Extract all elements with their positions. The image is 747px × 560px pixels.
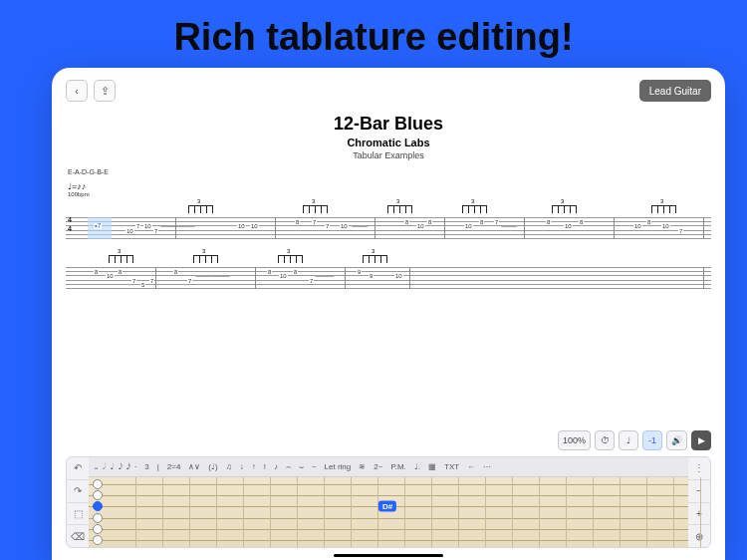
- toolbar-item[interactable]: !: [264, 462, 266, 471]
- toolbar-item[interactable]: ↑: [252, 462, 256, 471]
- song-artist: Chromatic Labs: [66, 137, 711, 148]
- play-button[interactable]: ▶: [691, 430, 711, 450]
- toolbar-item[interactable]: ·: [134, 462, 136, 471]
- marketing-headline: Rich tablature editing!: [0, 0, 747, 73]
- tab-staff[interactable]: 3333810875787810879910~~~~~~~~~~~~~~~~~: [66, 255, 711, 297]
- tablature-area[interactable]: 4433333310710710108771081081087810810810…: [66, 205, 711, 297]
- song-title: 12-Bar Blues: [66, 114, 711, 135]
- timer-button[interactable]: ⏱: [595, 430, 615, 450]
- toolbar-item[interactable]: 2~: [374, 462, 382, 471]
- tempo-notation: ♩=♪♪: [68, 181, 90, 191]
- add-tool[interactable]: +: [688, 503, 710, 526]
- insert-tool[interactable]: ⊕: [688, 525, 710, 547]
- tuning-label: E-A-D-G-B-E: [68, 168, 711, 175]
- toolbar-item[interactable]: ⋯: [483, 462, 491, 471]
- speed-button[interactable]: -1: [642, 430, 662, 450]
- undo-button[interactable]: ↶: [67, 457, 89, 480]
- back-button[interactable]: ‹: [66, 80, 88, 102]
- string-open-dot[interactable]: [93, 490, 103, 500]
- tool-column-right: ⋮ − + ⊕: [688, 457, 710, 547]
- volume-button[interactable]: 🔊: [666, 430, 687, 450]
- toolbar-item[interactable]: 3: [144, 462, 148, 471]
- toolbar-item[interactable]: ~: [312, 462, 317, 471]
- toolbar-item[interactable]: ←: [467, 462, 475, 471]
- toolbar-item[interactable]: (♩): [208, 462, 217, 471]
- app-window: ‹ ⇪ Lead Guitar 12-Bar Blues Chromatic L…: [52, 68, 725, 560]
- more-tool[interactable]: ⋮: [688, 457, 710, 480]
- toolbar-item[interactable]: ♪: [274, 462, 278, 471]
- string-open-dot[interactable]: [93, 501, 103, 511]
- toolbar-item[interactable]: TXT: [444, 462, 459, 471]
- string-open-dot[interactable]: [93, 535, 103, 545]
- document-header: 12-Bar Blues Chromatic Labs Tabular Exam…: [66, 114, 711, 160]
- toolbar-item[interactable]: Let ring: [325, 462, 352, 471]
- toolbar-item[interactable]: ♩.: [414, 462, 420, 471]
- toolbar-item[interactable]: ⌣: [299, 462, 304, 472]
- active-note-badge[interactable]: D#: [378, 501, 396, 512]
- tempo-bpm: 100bpm: [68, 191, 90, 197]
- select-tool[interactable]: ⬚: [67, 503, 89, 526]
- share-button[interactable]: ⇪: [94, 80, 116, 102]
- toolbar-item[interactable]: ∧∨: [188, 462, 200, 471]
- toolbar-item[interactable]: ↓: [240, 462, 244, 471]
- remove-tool[interactable]: −: [688, 480, 710, 503]
- zoom-level[interactable]: 100%: [558, 430, 591, 450]
- fretboard[interactable]: D#: [89, 477, 688, 547]
- string-open-dot[interactable]: [93, 479, 103, 489]
- toolbar-item[interactable]: ▦: [428, 462, 436, 471]
- string-open-dot[interactable]: [93, 524, 103, 534]
- metronome-button[interactable]: ♩: [619, 430, 638, 450]
- eraser-tool[interactable]: ⌫: [67, 525, 89, 547]
- tempo-indicator: ♩=♪♪ 100bpm: [68, 181, 711, 197]
- toolbar-item[interactable]: ≋: [359, 462, 366, 471]
- top-bar: ‹ ⇪ Lead Guitar: [66, 78, 711, 104]
- toolbar-item[interactable]: ♫: [226, 462, 232, 471]
- notation-toolbar: 𝅝𝅗𝅥𝅘𝅥𝅘𝅥𝅮𝅘𝅥𝅯·3|2=4∧∨(♩)♫↓↑!♪⌢⌣~Let ring≋2…: [89, 457, 688, 477]
- song-album: Tabular Examples: [66, 150, 711, 160]
- home-indicator: [334, 554, 443, 557]
- toolbar-item[interactable]: ⌢: [286, 462, 291, 472]
- toolbar-item[interactable]: |: [157, 462, 159, 471]
- redo-button[interactable]: ↷: [67, 480, 89, 503]
- playback-controls: 100% ⏱ ♩ -1 🔊 ▶: [558, 430, 711, 450]
- tool-column-left: ↶ ↷ ⬚ ⌫: [67, 457, 89, 547]
- tab-staff[interactable]: 4433333310710710108771081081087810810810…: [66, 205, 711, 247]
- toolbar-item[interactable]: P.M.: [390, 462, 405, 471]
- toolbar-item[interactable]: 2=4: [167, 462, 181, 471]
- instrument-selector[interactable]: Lead Guitar: [639, 80, 711, 102]
- string-open-dot[interactable]: [93, 513, 103, 523]
- editor-panel: ↶ ↷ ⬚ ⌫ 𝅝𝅗𝅥𝅘𝅥𝅘𝅥𝅮𝅘𝅥𝅯·3|2=4∧∨(♩)♫↓↑!♪⌢⌣~Le…: [66, 456, 711, 548]
